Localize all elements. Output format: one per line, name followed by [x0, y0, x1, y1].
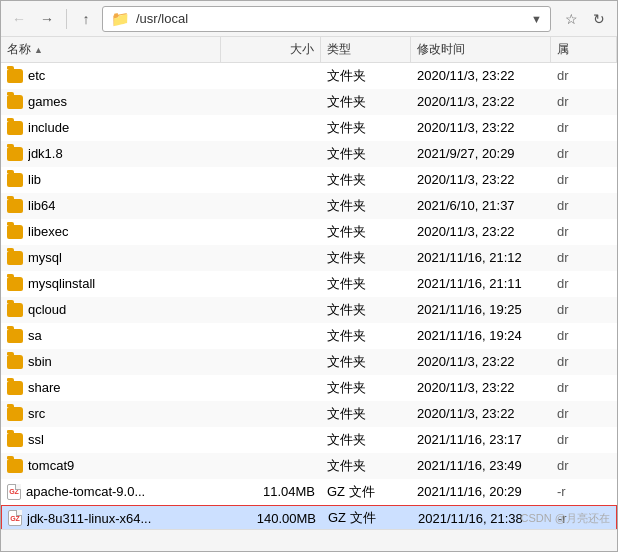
file-list[interactable]: etc文件夹2020/11/3, 23:22drgames文件夹2020/11/…	[1, 63, 617, 529]
cell-attr: dr	[551, 89, 617, 114]
table-row[interactable]: sa文件夹2021/11/16, 19:24dr	[1, 323, 617, 349]
cell-attr: -r	[552, 506, 616, 529]
col-header-type[interactable]: 类型	[321, 37, 411, 62]
folder-icon	[7, 199, 23, 213]
table-row[interactable]: mysql文件夹2021/11/16, 21:12dr	[1, 245, 617, 271]
cell-type: 文件夹	[321, 141, 411, 166]
table-row[interactable]: GZjdk-8u311-linux-x64...140.00MBGZ 文件202…	[1, 505, 617, 529]
cell-date: 2021/11/16, 23:17	[411, 427, 551, 452]
cell-attr: dr	[551, 401, 617, 426]
table-row[interactable]: GZapache-tomcat-9.0...11.04MBGZ 文件2021/1…	[1, 479, 617, 505]
star-button[interactable]: ☆	[559, 7, 583, 31]
cell-size: 11.04MB	[221, 479, 321, 504]
cell-type: 文件夹	[321, 323, 411, 348]
table-row[interactable]: mysqlinstall文件夹2021/11/16, 21:11dr	[1, 271, 617, 297]
folder-icon	[7, 277, 23, 291]
folder-icon	[7, 225, 23, 239]
file-name-text: sbin	[28, 354, 52, 369]
cell-attr: -r	[551, 479, 617, 504]
cell-date: 2021/11/16, 21:12	[411, 245, 551, 270]
cell-size	[221, 89, 321, 114]
file-name-text: include	[28, 120, 69, 135]
file-name-text: share	[28, 380, 61, 395]
folder-icon	[7, 381, 23, 395]
cell-attr: dr	[551, 323, 617, 348]
cell-date: 2020/11/3, 23:22	[411, 375, 551, 400]
table-row[interactable]: include文件夹2020/11/3, 23:22dr	[1, 115, 617, 141]
table-row[interactable]: share文件夹2020/11/3, 23:22dr	[1, 375, 617, 401]
col-header-attr[interactable]: 属	[551, 37, 617, 62]
cell-type: 文件夹	[321, 453, 411, 478]
cell-name: src	[1, 401, 221, 426]
folder-icon	[7, 251, 23, 265]
col-header-date[interactable]: 修改时间	[411, 37, 551, 62]
cell-name: ssl	[1, 427, 221, 452]
address-bar[interactable]: 📁 /usr/local ▼	[102, 6, 551, 32]
cell-size: 140.00MB	[222, 506, 322, 529]
table-row[interactable]: libexec文件夹2020/11/3, 23:22dr	[1, 219, 617, 245]
file-name-text: libexec	[28, 224, 68, 239]
cell-type: 文件夹	[321, 245, 411, 270]
folder-icon	[7, 407, 23, 421]
cell-date: 2020/11/3, 23:22	[411, 167, 551, 192]
forward-button[interactable]: →	[35, 7, 59, 31]
up-button[interactable]: ↑	[74, 7, 98, 31]
cell-size	[221, 271, 321, 296]
cell-date: 2020/11/3, 23:22	[411, 115, 551, 140]
cell-size	[221, 349, 321, 374]
cell-date: 2021/6/10, 21:37	[411, 193, 551, 218]
cell-attr: dr	[551, 297, 617, 322]
cell-attr: dr	[551, 271, 617, 296]
col-header-name[interactable]: 名称 ▲	[1, 37, 221, 62]
folder-icon	[7, 95, 23, 109]
cell-date: 2021/11/16, 19:24	[411, 323, 551, 348]
cell-type: 文件夹	[321, 401, 411, 426]
cell-type: 文件夹	[321, 375, 411, 400]
table-row[interactable]: jdk1.8文件夹2021/9/27, 20:29dr	[1, 141, 617, 167]
cell-attr: dr	[551, 141, 617, 166]
cell-date: 2020/11/3, 23:22	[411, 89, 551, 114]
cell-attr: dr	[551, 167, 617, 192]
file-name-text: etc	[28, 68, 45, 83]
toolbar-right: ☆ ↻	[559, 7, 611, 31]
table-row[interactable]: src文件夹2020/11/3, 23:22dr	[1, 401, 617, 427]
table-row[interactable]: lib文件夹2020/11/3, 23:22dr	[1, 167, 617, 193]
cell-name: lib64	[1, 193, 221, 218]
table-row[interactable]: qcloud文件夹2021/11/16, 19:25dr	[1, 297, 617, 323]
table-row[interactable]: tomcat9文件夹2021/11/16, 23:49dr	[1, 453, 617, 479]
file-name-text: mysqlinstall	[28, 276, 95, 291]
cell-attr: dr	[551, 453, 617, 478]
cell-name: sbin	[1, 349, 221, 374]
folder-icon	[7, 329, 23, 343]
cell-size	[221, 141, 321, 166]
table-row[interactable]: ssl文件夹2021/11/16, 23:17dr	[1, 427, 617, 453]
cell-date: 2020/11/3, 23:22	[411, 63, 551, 88]
cell-attr: dr	[551, 427, 617, 452]
table-row[interactable]: etc文件夹2020/11/3, 23:22dr	[1, 63, 617, 89]
cell-size	[221, 63, 321, 88]
refresh-button[interactable]: ↻	[587, 7, 611, 31]
col-header-size[interactable]: 大小	[221, 37, 321, 62]
cell-size	[221, 401, 321, 426]
cell-name: mysql	[1, 245, 221, 270]
cell-name: mysqlinstall	[1, 271, 221, 296]
cell-type: 文件夹	[321, 271, 411, 296]
cell-date: 2020/11/3, 23:22	[411, 349, 551, 374]
table-row[interactable]: games文件夹2020/11/3, 23:22dr	[1, 89, 617, 115]
cell-size	[221, 297, 321, 322]
folder-icon	[7, 173, 23, 187]
back-button[interactable]: ←	[7, 7, 31, 31]
cell-date: 2020/11/3, 23:22	[411, 219, 551, 244]
address-folder-icon: 📁	[111, 10, 130, 28]
folder-icon	[7, 121, 23, 135]
file-name-text: apache-tomcat-9.0...	[26, 484, 145, 499]
table-row[interactable]: lib64文件夹2021/6/10, 21:37dr	[1, 193, 617, 219]
cell-type: 文件夹	[321, 297, 411, 322]
cell-size	[221, 453, 321, 478]
folder-icon	[7, 459, 23, 473]
table-row[interactable]: sbin文件夹2020/11/3, 23:22dr	[1, 349, 617, 375]
address-dropdown-icon: ▼	[531, 13, 542, 25]
cell-date: 2021/11/16, 23:49	[411, 453, 551, 478]
cell-date: 2021/9/27, 20:29	[411, 141, 551, 166]
folder-icon	[7, 303, 23, 317]
